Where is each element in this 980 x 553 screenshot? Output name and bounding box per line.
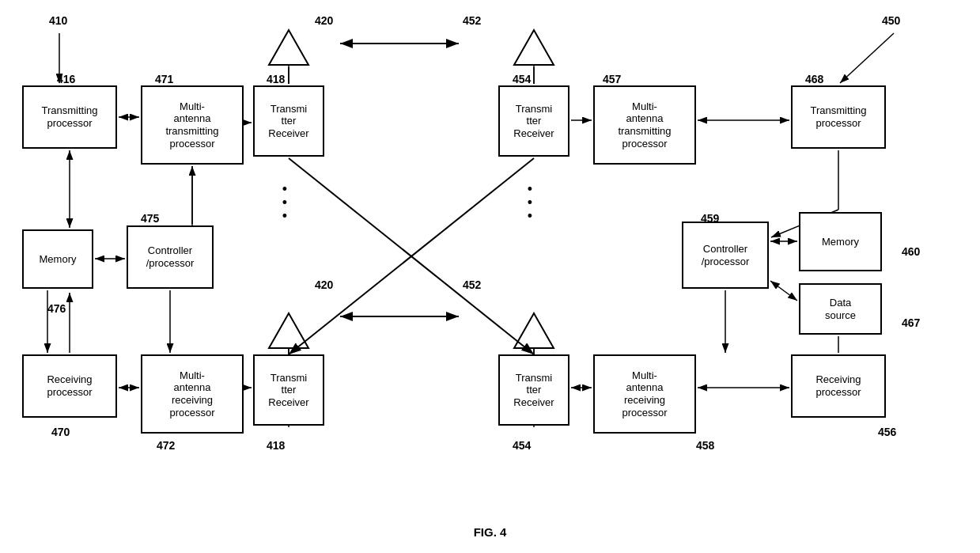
svg-text:•: • [282, 208, 287, 224]
label-lbl468: 468 [805, 73, 823, 85]
multi-antenna-rx-left: Multi- antenna receiving processor [141, 354, 244, 434]
label-lbl418bot: 418 [267, 439, 285, 452]
label-lbl410: 410 [49, 14, 67, 27]
data-source-right: Data source [799, 283, 882, 335]
transmitter-receiver-top-left: Transmi tter Receiver [253, 85, 324, 157]
transmitter-receiver-bot-left: Transmi tter Receiver [253, 354, 324, 426]
diagram-container: • • • • • • Transmitting processorMulti-… [0, 0, 980, 522]
transmitter-receiver-top-right: Transmi tter Receiver [498, 85, 569, 157]
controller-processor-left: Controller /processor [127, 225, 214, 289]
receiving-processor-right: Receiving processor [791, 354, 886, 418]
svg-text:•: • [282, 195, 287, 210]
label-lbl475: 475 [141, 212, 159, 225]
label-lbl471: 471 [155, 73, 173, 85]
memory-right: Memory [799, 212, 882, 271]
label-lbl456: 456 [878, 426, 896, 438]
multi-antenna-tx-right: Multi- antenna transmitting processor [593, 85, 696, 165]
svg-marker-38 [269, 30, 308, 65]
svg-line-18 [289, 158, 534, 354]
label-lbl458: 458 [696, 439, 714, 452]
label-lbl457: 457 [603, 73, 621, 85]
svg-text:•: • [528, 181, 532, 197]
multi-antenna-rx-right: Multi- antenna receiving processor [593, 354, 696, 434]
svg-marker-42 [514, 30, 554, 65]
transmitter-receiver-bot-right: Transmi tter Receiver [498, 354, 569, 426]
memory-left: Memory [22, 229, 93, 289]
transmitting-processor-left: Transmitting processor [22, 85, 117, 149]
svg-line-19 [289, 158, 534, 354]
label-lbl454bot: 454 [513, 439, 531, 452]
label-lbl476: 476 [47, 302, 66, 315]
label-lbl454top: 454 [513, 73, 531, 85]
svg-marker-44 [514, 313, 554, 348]
label-lbl470: 470 [51, 426, 70, 438]
svg-line-22 [840, 33, 894, 83]
receiving-processor-left: Receiving processor [22, 354, 117, 418]
label-lbl450: 450 [882, 14, 900, 27]
multi-antenna-tx-left: Multi- antenna transmitting processor [141, 85, 244, 165]
label-lbl420bot: 420 [315, 278, 333, 291]
label-lbl459: 459 [701, 212, 719, 225]
label-lbl472: 472 [157, 439, 175, 452]
controller-processor-right: Controller /processor [682, 222, 769, 289]
label-lbl460: 460 [902, 245, 920, 258]
label-lbl452bot: 452 [463, 278, 481, 291]
svg-text:•: • [528, 195, 532, 210]
transmitting-processor-right: Transmitting processor [791, 85, 886, 149]
label-lbl420top: 420 [315, 14, 333, 27]
svg-text:•: • [528, 208, 532, 224]
svg-line-26 [770, 281, 797, 301]
label-lbl416: 416 [57, 73, 75, 85]
label-lbl452top: 452 [463, 14, 481, 27]
figure-caption: FIG. 4 [0, 525, 980, 539]
svg-marker-40 [269, 313, 308, 348]
svg-text:•: • [282, 181, 287, 197]
label-lbl467: 467 [902, 316, 920, 329]
label-lbl418top: 418 [267, 73, 285, 85]
